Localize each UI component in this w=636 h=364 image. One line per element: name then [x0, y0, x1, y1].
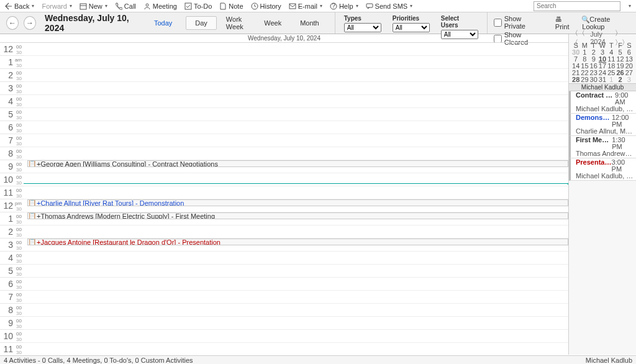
calendar: Wednesday, July 10, 2024 1200301am302003… [0, 34, 569, 355]
view-switch: Day Work Week Week Month [186, 12, 328, 34]
mini-calendar[interactable]: SMTWTFS 30123456789101112131415161718192… [569, 42, 636, 83]
current-time-line [24, 183, 568, 184]
history-button[interactable]: History [251, 2, 281, 10]
chevron-down-icon: ▾ [105, 3, 107, 9]
note-label: Note [229, 2, 243, 10]
calendar-icon [80, 2, 87, 10]
new-label: New [89, 2, 102, 10]
calendar-grid[interactable]: 1200301am3020030300304003050030600307003… [0, 43, 568, 355]
email-label: E-mail [298, 2, 317, 10]
help-icon: ? [330, 2, 337, 10]
history-label: History [260, 2, 281, 10]
right-panel: 〈〈 〈 July 2024 〉 〉〉 SMTWTFS 301234567891… [569, 34, 636, 355]
calendar-event[interactable]: 📋+Thomas Andrews [Modern Electric Supply… [27, 212, 568, 219]
note-icon [219, 2, 227, 10]
back-label: Back [14, 2, 29, 10]
call-button[interactable]: Call [115, 2, 136, 10]
event-label: +Jacques Antoine [Restaurant le Dragon d… [37, 239, 220, 245]
types-label: Types [344, 15, 381, 22]
nav-forward-button[interactable]: → [24, 16, 36, 30]
note-button[interactable]: Note [219, 2, 243, 10]
todo-label: To-Do [194, 2, 212, 10]
sms-icon [366, 2, 373, 10]
meeting-button[interactable]: Meeting [143, 2, 177, 10]
date-title: Wednesday, July 10, 2024 [45, 13, 140, 33]
mini-day[interactable]: 28 [571, 76, 580, 83]
mini-day[interactable]: 30 [589, 76, 598, 83]
sms-button[interactable]: Send SMS▾ [366, 2, 413, 10]
chevron-down-icon: ▾ [320, 3, 322, 9]
forward-label: Forward [42, 2, 66, 10]
nav-back-button[interactable]: ← [6, 16, 19, 30]
search-options[interactable]: ▾ [629, 3, 631, 9]
status-bar: 4 Activities - 0 Calls, 4 Meetings, 0 To… [0, 355, 636, 364]
help-label: Help [339, 2, 353, 10]
history-icon [251, 2, 258, 10]
calendar-event[interactable]: 📋+Charlie Allnut [River Rat Tours] - Dem… [27, 199, 568, 206]
status-text: 4 Activities - 0 Calls, 4 Meetings, 0 To… [4, 357, 193, 364]
svg-rect-2 [185, 3, 191, 9]
nav-bar: ← → Wednesday, July 10, 2024 Today Day W… [0, 12, 636, 34]
mini-day[interactable]: 2 [616, 76, 624, 83]
agenda-item[interactable]: First Meeting1:30 PMThomas Andrews, Mich… [569, 136, 636, 158]
event-icon: 📋 [29, 200, 35, 206]
mini-day[interactable]: 3 [625, 76, 634, 83]
check-icon [184, 2, 192, 10]
forward-button[interactable]: Forward▾ [42, 2, 71, 10]
chevron-down-icon: ▾ [356, 3, 358, 9]
lookup-icon: 🔍 [582, 16, 589, 23]
mini-nav: 〈〈 〈 July 2024 〉 〉〉 [569, 34, 636, 42]
mini-day[interactable]: 1 [607, 76, 616, 83]
calendar-header: Wednesday, July 10, 2024 [0, 34, 568, 43]
main-toolbar: Back▾ Forward▾ New▾ Call Meeting To-Do N… [0, 0, 636, 12]
types-select[interactable]: All [344, 23, 381, 32]
phone-icon [115, 2, 122, 10]
back-button[interactable]: Back▾ [5, 2, 34, 10]
agenda-item[interactable]: Presentation3:00 PMMichael Kadlub, Jacqu… [569, 158, 636, 181]
main-area: Wednesday, July 10, 2024 1200301am302003… [0, 34, 636, 355]
people-icon [143, 2, 151, 10]
event-icon: 📋 [29, 161, 35, 167]
chevron-down-icon: ▾ [70, 3, 72, 9]
svg-rect-4 [289, 4, 296, 9]
event-label: +Charlie Allnut [River Rat Tours] - Demo… [37, 199, 184, 206]
show-private-check[interactable]: Show Private [494, 15, 543, 30]
agenda-list: Contract Nego...9:00 AMMichael Kadlub, G… [569, 91, 636, 181]
event-label: +Thomas Andrews [Modern Electric Supply]… [37, 212, 215, 219]
view-month[interactable]: Month [291, 16, 329, 30]
call-label: Call [124, 2, 136, 10]
chevron-down-icon: ▾ [410, 3, 412, 9]
svg-rect-0 [80, 4, 86, 9]
users-label: Select Users [441, 15, 478, 29]
todo-button[interactable]: To-Do [184, 2, 212, 10]
view-week[interactable]: Week [255, 16, 291, 30]
show-checks: Show Private Show Cleared [488, 12, 549, 34]
view-workweek[interactable]: Work Week [217, 12, 255, 34]
calendar-event[interactable]: 📋+Jacques Antoine [Restaurant le Dragon … [27, 239, 568, 245]
mini-day[interactable]: 31 [598, 76, 607, 83]
search-input[interactable] [534, 1, 620, 11]
agenda-item[interactable]: Contract Nego...9:00 AMMichael Kadlub, G… [569, 91, 636, 114]
mail-icon [289, 2, 296, 10]
today-link[interactable]: Today [154, 19, 172, 27]
calendar-event[interactable]: 📋+George Agen [Williams Consulting] - Co… [27, 160, 568, 167]
help-button[interactable]: ? Help▾ [330, 2, 358, 10]
agenda-item[interactable]: Demonstration12:00 PMCharlie Allnut, Mic… [569, 114, 636, 136]
agenda-header: Michael Kadlub [569, 83, 636, 91]
mini-day[interactable]: 29 [580, 76, 589, 83]
view-day[interactable]: Day [186, 16, 217, 30]
svg-rect-7 [366, 4, 373, 7]
print-icon: 🖶 [555, 16, 563, 23]
filters: Types All Priorities All Select Users Al… [335, 12, 488, 34]
priorities-select[interactable]: All [393, 23, 430, 32]
status-user: Michael Kadlub [586, 357, 632, 364]
svg-point-1 [146, 4, 148, 6]
event-icon: 📋 [29, 239, 35, 245]
new-button[interactable]: New▾ [80, 2, 107, 10]
event-icon: 📋 [29, 213, 35, 219]
svg-text:?: ? [332, 2, 335, 9]
sms-label: Send SMS [375, 2, 408, 10]
meeting-label: Meeting [153, 2, 177, 10]
email-button[interactable]: E-mail▾ [289, 2, 322, 10]
chevron-down-icon: ▾ [32, 3, 34, 9]
